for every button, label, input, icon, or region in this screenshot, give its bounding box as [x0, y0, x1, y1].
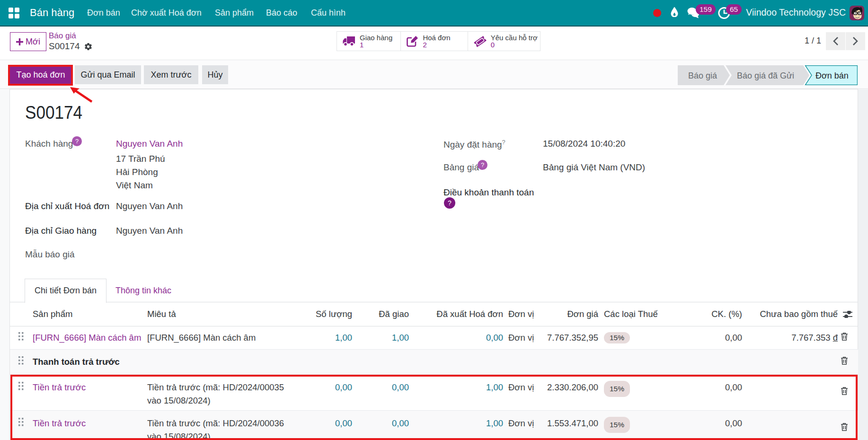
svg-text:Đơn bán: Đơn bán — [815, 71, 849, 80]
svg-text:Báo giá đã Gửi: Báo giá đã Gửi — [737, 71, 794, 80]
svg-text:Báo giá: Báo giá — [688, 71, 717, 80]
